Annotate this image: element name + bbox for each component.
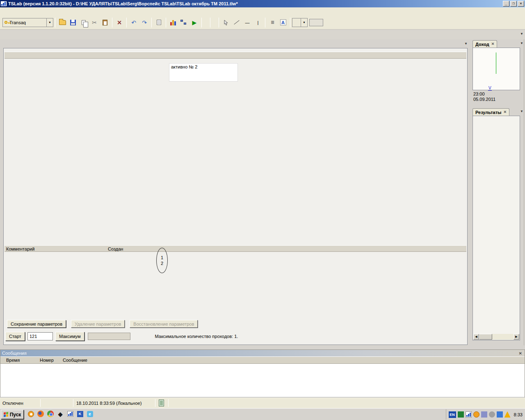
paste-button[interactable] — [100, 17, 110, 28]
messages-col-message[interactable]: Сообщение — [63, 357, 87, 364]
minimize-icon[interactable]: _ — [503, 1, 509, 7]
undo-button[interactable]: ↶ — [128, 17, 139, 28]
line-tool-button[interactable] — [231, 17, 242, 28]
scheme-button[interactable] — [178, 17, 189, 28]
flow-diagram-icon — [180, 20, 187, 25]
copy-button[interactable] — [78, 17, 89, 28]
bar-chart-icon — [170, 20, 176, 25]
income-dropdown-icon[interactable]: ▼ — [520, 41, 523, 45]
tray-icon-tslab[interactable] — [466, 411, 472, 418]
menu-bar — [0, 7, 525, 16]
messages-col-time[interactable]: Время — [6, 357, 20, 364]
play-icon: ▶ — [192, 20, 197, 25]
quicklaunch-chrome-icon[interactable] — [47, 410, 54, 418]
close-icon[interactable]: ✕ — [503, 110, 507, 114]
close-icon[interactable]: ✕ — [491, 42, 495, 46]
save-button[interactable] — [68, 17, 78, 28]
quicklaunch-ie-icon[interactable]: e — [86, 410, 94, 418]
open-button[interactable] — [57, 17, 68, 28]
restore-params-button[interactable]: Восстановление параметров — [130, 320, 198, 328]
delete-button[interactable]: ✕ — [114, 17, 125, 28]
messages-header: Время Номер Сообщение — [0, 357, 525, 364]
start-label: Пуск — [10, 412, 21, 418]
scissors-icon: ✂ — [92, 20, 97, 25]
passes-input[interactable] — [27, 332, 53, 340]
messages-body — [0, 364, 525, 397]
comments-table-header: Комментарий Создан — [5, 245, 466, 252]
toolbar: Transaq ▼ ✂ ✕ ↶ ↷ ▶ — | ≣ A ▼ — [0, 16, 525, 30]
language-indicator[interactable]: EN — [449, 411, 456, 418]
close-icon[interactable]: ✕ — [518, 1, 524, 7]
quicklaunch-clock-icon[interactable] — [27, 410, 34, 418]
scroll-left-icon[interactable]: ◀ — [473, 334, 479, 340]
connection-dropdown-icon[interactable]: ▼ — [47, 18, 53, 27]
tooltip-popup: активно № 2 — [169, 63, 238, 82]
quicklaunch-kmp-icon[interactable]: K — [76, 410, 84, 418]
start-button[interactable]: Старт — [5, 332, 25, 341]
delete-params-button[interactable]: Удаление параметров — [71, 320, 125, 328]
style-dropdown-icon[interactable]: ▼ — [301, 18, 308, 27]
messages-titlebar: Сообщения ✕ — [0, 350, 525, 356]
tray-icon-clock[interactable] — [473, 411, 479, 418]
tray-icon-update[interactable] — [497, 411, 503, 418]
redo-button[interactable]: ↷ — [139, 17, 150, 28]
start-menu-button[interactable]: Пуск — [1, 410, 24, 419]
redo-icon: ↷ — [142, 20, 147, 25]
levels-icon: ≣ — [271, 20, 274, 25]
copy-icon — [82, 20, 86, 25]
tab-results[interactable]: Результаты ✕ — [472, 108, 509, 116]
hline-tool-button[interactable]: — — [242, 17, 253, 28]
results-hscrollbar[interactable]: ◀ ▶ — [473, 334, 519, 340]
horizontal-line-icon: — — [245, 20, 250, 25]
progress-bar — [88, 333, 130, 340]
right-panel: Доход ✕ ▼ V 23:00 05.09.2011 Результаты … — [472, 39, 523, 345]
restore-icon[interactable]: ❐ — [510, 1, 517, 7]
key-icon — [5, 21, 7, 24]
doc-tab-dropdown-icon[interactable]: ▼ — [464, 42, 468, 46]
properties-button[interactable] — [153, 17, 164, 28]
results-dropdown-icon[interactable]: ▼ — [520, 110, 523, 113]
cut-button[interactable]: ✂ — [89, 17, 100, 28]
median-marker: V — [488, 86, 492, 91]
paste-icon — [103, 20, 107, 25]
tray-icon-audio[interactable] — [489, 411, 495, 418]
pointer-tool-button[interactable] — [221, 17, 231, 28]
tray-icon-messenger[interactable] — [481, 411, 487, 418]
tray-icon-warning[interactable] — [504, 411, 511, 418]
vline-tool-button[interactable]: | — [253, 17, 263, 28]
tray-clock: 8:33 — [514, 412, 523, 417]
chart-line-green — [496, 52, 496, 74]
scroll-right-icon[interactable]: ▶ — [514, 334, 519, 340]
scroll-thumb[interactable] — [479, 334, 492, 340]
quicklaunch-firefox-icon[interactable] — [37, 410, 44, 418]
save-params-button[interactable]: Сохранение параметров — [7, 320, 66, 328]
delete-x-icon: ✕ — [117, 20, 122, 25]
style-select[interactable] — [292, 18, 301, 27]
tray-icon-green[interactable] — [458, 411, 464, 418]
windows-logo-icon — [4, 412, 9, 417]
undo-icon: ↶ — [131, 20, 136, 25]
connection-select[interactable]: Transaq — [2, 18, 47, 27]
tab-income[interactable]: Доход ✕ — [472, 40, 497, 48]
trend-line-icon — [234, 20, 239, 25]
levels-tool-button[interactable]: ≣ — [267, 17, 278, 28]
quicklaunch-inkscape-icon[interactable]: ◆ — [57, 410, 64, 418]
charts-button[interactable] — [168, 17, 178, 28]
optimization-area: активно № 2 Комментарий Создан 1 2 Сохра… — [3, 48, 468, 345]
maximum-button[interactable]: Максимум — [55, 332, 84, 341]
color-box[interactable] — [309, 19, 323, 26]
comments-col-comment: Комментарий — [6, 246, 34, 252]
max-passes-label: Максимальное количество проходов: 1. — [155, 334, 238, 339]
window-title: TSLab (версия 1.1.20.0:32bit) - D:\НЕ УД… — [8, 1, 501, 6]
close-icon[interactable]: ✕ — [519, 350, 522, 357]
run-button[interactable]: ▶ — [189, 17, 200, 28]
app-logo-icon — [1, 1, 7, 6]
quicklaunch-tslab-icon[interactable] — [66, 410, 74, 418]
param-table-header — [5, 52, 466, 59]
messages-col-number[interactable]: Номер — [40, 357, 54, 364]
tab-income-label: Доход — [475, 42, 489, 47]
tab-overflow-icon[interactable]: ▼ — [520, 32, 523, 36]
quick-launch-bar: ◆ K e — [27, 410, 94, 418]
tab-results-label: Результаты — [475, 110, 501, 115]
text-tool-button[interactable]: A — [278, 17, 288, 28]
